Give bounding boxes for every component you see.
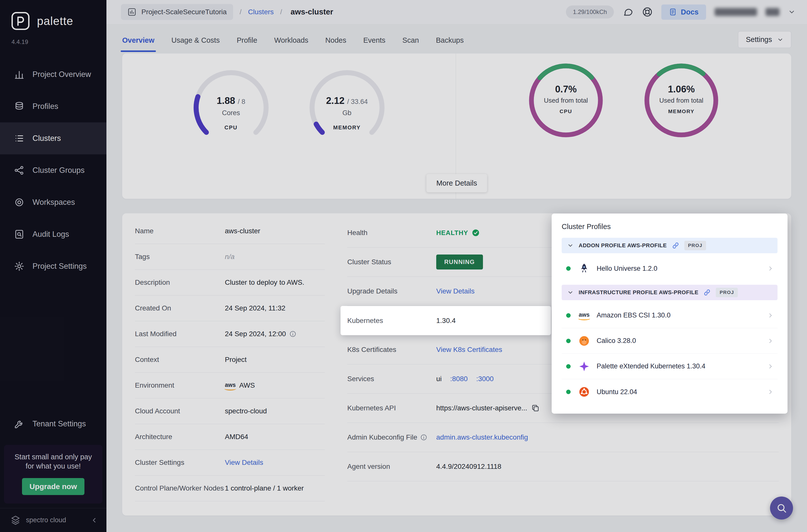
sidebar-item-clusters[interactable]: Clusters: [0, 122, 107, 154]
chevron-right-icon: [767, 312, 774, 319]
sidebar-item-audit-logs[interactable]: Audit Logs: [0, 218, 107, 250]
service-port-link[interactable]: :3000: [476, 375, 494, 383]
cpu-usage-percent: 0.7%: [555, 84, 577, 95]
cluster-tabs: Overview Usage & Costs Profile Workloads…: [107, 24, 807, 52]
detail-row-description: Description Cluster to deploy to AWS.: [135, 270, 325, 296]
ubuntu-icon: [578, 386, 590, 398]
cpu-gauge: 1.88 / 8 Cores CPU: [190, 66, 272, 149]
pack-row-amazon-ebs-csi[interactable]: aws Amazon EBS CSI 1.30.0: [562, 303, 777, 328]
sidebar-item-label: Tenant Settings: [33, 419, 86, 428]
chevron-right-icon: [767, 388, 774, 395]
sidebar-item-label: Project Overview: [33, 70, 91, 79]
sidebar-item-workspaces[interactable]: Workspaces: [0, 186, 107, 218]
cpu-usage-ring: 0.7% Used from total CPU: [526, 60, 606, 140]
detail-row-architecture: Architecture AMD64: [135, 424, 325, 450]
details-left-column: Name aws-cluster Tags n/a Description Cl…: [135, 218, 325, 501]
infrastructure-profile-header[interactable]: INFRASTRUCTURE PROFILE AWS-PROFILE PROJ: [562, 285, 777, 300]
project-chart-icon: [127, 7, 136, 17]
detail-row-created-on: Created On 24 Sep 2024, 11:32: [135, 296, 325, 321]
view-k8s-certificates-link[interactable]: View K8s Certificates: [436, 346, 502, 354]
more-details-button[interactable]: More Details: [427, 174, 487, 192]
sidebar-item-cluster-groups[interactable]: Cluster Groups: [0, 154, 107, 186]
chat-icon[interactable]: [622, 6, 633, 18]
tab-nodes[interactable]: Nodes: [325, 36, 346, 52]
layers-icon: [14, 101, 24, 112]
sidebar-item-tenant-settings[interactable]: Tenant Settings: [0, 408, 107, 440]
collapse-sidebar-icon[interactable]: [91, 516, 98, 524]
help-icon[interactable]: [642, 6, 653, 18]
top-bar-right: 1.29/100kCh Docs: [566, 4, 795, 20]
status-dot: [566, 266, 571, 271]
info-icon[interactable]: [420, 434, 427, 441]
tab-profile[interactable]: Profile: [237, 36, 257, 52]
tab-workloads[interactable]: Workloads: [274, 36, 308, 52]
pack-row-calico[interactable]: Calico 3.28.0: [562, 328, 777, 354]
redacted-user-info: [715, 8, 757, 16]
tab-events[interactable]: Events: [363, 36, 386, 52]
status-dot: [566, 364, 571, 369]
running-status-badge[interactable]: RUNNING: [436, 254, 483, 269]
brand-row: palette: [0, 0, 107, 31]
scope-badge: PROJ: [684, 241, 706, 250]
tab-backups[interactable]: Backups: [436, 36, 464, 52]
app-root: palette 4.4.19 Project Overview Profiles…: [0, 0, 807, 532]
upgrade-view-details-link[interactable]: View Details: [436, 287, 475, 295]
pack-row-ubuntu[interactable]: Ubuntu 22.04: [562, 379, 777, 405]
cluster-settings-view-details-link[interactable]: View Details: [225, 459, 263, 467]
audit-search-icon: [14, 229, 24, 240]
top-bar: Project-ScaleSecureTutoria / Clusters / …: [107, 0, 807, 24]
sidebar-footer: spectro cloud: [0, 508, 107, 532]
copy-icon[interactable]: [531, 404, 540, 412]
sidebar-item-label: Audit Logs: [33, 230, 69, 239]
breadcrumb-current: aws-cluster: [290, 7, 333, 17]
sidebar-item-label: Cluster Groups: [33, 166, 85, 175]
cpu-usage-label: CPU: [560, 108, 572, 114]
detail-row-admin-kubeconfig: Admin Kubeconfig File admin.aws-cluster.…: [347, 423, 779, 452]
tab-scan[interactable]: Scan: [402, 36, 419, 52]
sidebar-item-project-overview[interactable]: Project Overview: [0, 58, 107, 90]
pack-row-hello-universe[interactable]: Hello Universe 1.2.0: [562, 256, 777, 281]
kubernetes-version: 1.30.4: [436, 317, 456, 325]
sidebar-item-label: Profiles: [33, 102, 58, 111]
palette-logo-icon: [11, 11, 31, 31]
detail-row-tags: Tags n/a: [135, 244, 325, 270]
kubeconfig-download-link[interactable]: admin.aws-cluster.kubeconfig: [436, 433, 528, 441]
detail-row-environment: Environment aws AWS: [135, 373, 325, 398]
docs-button[interactable]: Docs: [661, 4, 706, 20]
chevron-down-icon: [567, 289, 574, 296]
cpu-gauge-unit: Cores: [222, 109, 240, 117]
sidebar-item-profiles[interactable]: Profiles: [0, 90, 107, 122]
detail-row-last-modified: Last Modified 24 Sep 2024, 12:00: [135, 321, 325, 347]
target-icon: [14, 197, 24, 208]
memory-gauge: 2.12 / 33.64 Gb MEMORY: [306, 66, 388, 149]
memory-usage-label: MEMORY: [668, 108, 695, 114]
info-icon[interactable]: [289, 330, 296, 338]
addon-profile-header[interactable]: ADDON PROFILE AWS-PROFILE PROJ: [562, 238, 777, 253]
detail-row-context: Context Project: [135, 347, 325, 373]
sidebar-item-project-settings[interactable]: Project Settings: [0, 250, 107, 282]
settings-dropdown-button[interactable]: Settings: [738, 31, 791, 48]
chevron-right-icon: [767, 363, 774, 370]
cpu-gauge-value: 1.88 / 8: [217, 95, 245, 106]
detail-row-nodes: Control Plane/Worker Nodes 1 control-pla…: [135, 476, 325, 501]
link-icon[interactable]: [703, 289, 711, 296]
tab-usage-costs[interactable]: Usage & Costs: [171, 36, 220, 52]
cpu-usage-caption: Used from total: [544, 97, 588, 104]
chevron-down-icon[interactable]: [788, 8, 795, 16]
service-port-link[interactable]: :8080: [450, 375, 468, 383]
breadcrumb-clusters-link[interactable]: Clusters: [248, 8, 274, 16]
memory-usage-caption: Used from total: [659, 97, 703, 104]
tab-overview[interactable]: Overview: [122, 36, 154, 52]
promo-text: Start small and only pay for what you us…: [12, 452, 94, 471]
project-selector[interactable]: Project-ScaleSecureTutoria: [121, 4, 233, 20]
link-icon[interactable]: [672, 242, 679, 249]
project-name: Project-ScaleSecureTutoria: [142, 8, 227, 16]
cluster-profiles-title: Cluster Profiles: [562, 223, 777, 231]
upgrade-now-button[interactable]: Upgrade now: [22, 478, 85, 495]
kubernetes-api-url: https://aws-cluster-apiserve...: [436, 404, 527, 412]
detail-row-name: Name aws-cluster: [135, 218, 325, 244]
pack-row-palette-extended-kubernetes[interactable]: Palette eXtended Kubernetes 1.30.4: [562, 354, 777, 379]
assistant-search-fab[interactable]: [770, 496, 793, 519]
footer-brand-text: spectro cloud: [26, 516, 86, 524]
memory-usage-percent: 1.06%: [668, 84, 695, 95]
